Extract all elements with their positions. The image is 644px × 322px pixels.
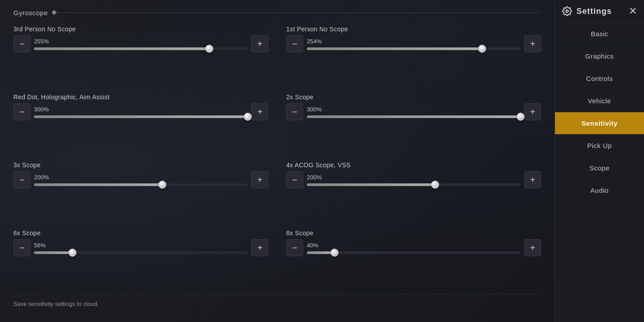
slider-plus-4x-acog[interactable]: +: [524, 171, 541, 188]
gyroscope-header: Gyroscope: [13, 9, 541, 17]
slider-minus-4x-acog[interactable]: −: [286, 171, 303, 188]
gear-icon: [562, 6, 572, 16]
slider-track-red-dot[interactable]: [34, 115, 248, 118]
slider-container-4x-acog: 200%: [307, 174, 521, 186]
slider-container-3x-scope: 200%: [34, 174, 248, 186]
slider-track-6x-scope[interactable]: [34, 251, 248, 254]
svg-point-0: [566, 10, 568, 13]
slider-group-red-dot: Red Dot, Holographic, Aim Assist−300%+: [13, 93, 268, 153]
settings-title-group: Settings: [562, 6, 612, 16]
slider-fill-3rd-person-no-scope: [34, 47, 209, 50]
slider-track-1st-person-no-scope[interactable]: [307, 47, 521, 50]
nav-item-pickup[interactable]: Pick Up: [555, 135, 644, 157]
slider-container-2x-scope: 300%: [307, 106, 521, 118]
slider-container-6x-scope: 56%: [34, 242, 248, 254]
nav-item-vehicle[interactable]: Vehicle: [555, 90, 644, 112]
slider-plus-1st-person-no-scope[interactable]: +: [524, 35, 541, 52]
slider-fill-1st-person-no-scope: [307, 47, 482, 50]
gyroscope-diamond: [51, 10, 56, 15]
slider-value-2x-scope: 300%: [307, 106, 521, 113]
slider-thumb-6x-scope[interactable]: [68, 249, 76, 257]
slider-label-3rd-person-no-scope: 3rd Person No Scope: [13, 25, 268, 33]
slider-thumb-red-dot[interactable]: [244, 113, 252, 121]
slider-thumb-4x-acog[interactable]: [431, 181, 439, 189]
nav-item-basic[interactable]: Basic: [555, 23, 644, 45]
slider-fill-red-dot: [34, 115, 248, 118]
nav-item-scope[interactable]: Scope: [555, 157, 644, 179]
slider-value-1st-person-no-scope: 254%: [307, 38, 521, 45]
slider-thumb-2x-scope[interactable]: [517, 113, 525, 121]
slider-group-8x-scope: 8x Scope−40%+: [286, 229, 541, 289]
slider-value-6x-scope: 56%: [34, 242, 248, 249]
slider-value-3x-scope: 200%: [34, 174, 248, 181]
slider-label-8x-scope: 8x Scope: [286, 229, 541, 237]
slider-label-2x-scope: 2x Scope: [286, 93, 541, 101]
sidebar-nav: BasicGraphicsControlsVehicleSensitivityP…: [555, 23, 644, 322]
slider-label-3x-scope: 3x Scope: [13, 161, 268, 169]
slider-fill-4x-acog: [307, 183, 435, 186]
slider-label-1st-person-no-scope: 1st Person No Scope: [286, 25, 541, 33]
slider-plus-red-dot[interactable]: +: [251, 103, 268, 120]
slider-fill-2x-scope: [307, 115, 521, 118]
slider-row-4x-acog: −200%+: [286, 171, 541, 188]
slider-minus-3x-scope[interactable]: −: [13, 171, 30, 188]
slider-plus-3rd-person-no-scope[interactable]: +: [251, 35, 268, 52]
slider-minus-2x-scope[interactable]: −: [286, 103, 303, 120]
nav-item-audio[interactable]: Audio: [555, 179, 644, 202]
slider-container-3rd-person-no-scope: 255%: [34, 38, 248, 50]
slider-fill-3x-scope: [34, 183, 162, 186]
slider-row-2x-scope: −300%+: [286, 103, 541, 120]
slider-plus-8x-scope[interactable]: +: [524, 239, 541, 256]
nav-item-sensitivity[interactable]: Sensitivity: [555, 112, 644, 135]
slider-track-4x-acog[interactable]: [307, 183, 521, 186]
slider-group-3rd-person-no-scope: 3rd Person No Scope−255%+: [13, 25, 268, 85]
slider-group-6x-scope: 6x Scope−56%+: [13, 229, 268, 289]
slider-minus-red-dot[interactable]: −: [13, 103, 30, 120]
main-content: Gyroscope 3rd Person No Scope−255%+1st P…: [0, 0, 555, 322]
settings-label: Settings: [576, 7, 612, 16]
sidebar-header: Settings ✕: [555, 0, 644, 23]
slider-row-8x-scope: −40%+: [286, 239, 541, 256]
slider-value-red-dot: 300%: [34, 106, 248, 113]
slider-track-8x-scope[interactable]: [307, 251, 521, 254]
slider-track-2x-scope[interactable]: [307, 115, 521, 118]
slider-thumb-3x-scope[interactable]: [158, 181, 166, 189]
nav-item-controls[interactable]: Controls: [555, 68, 644, 90]
slider-row-red-dot: −300%+: [13, 103, 268, 120]
sidebar: Settings ✕ BasicGraphicsControlsVehicleS…: [555, 0, 644, 322]
slider-row-3rd-person-no-scope: −255%+: [13, 35, 268, 52]
slider-track-3rd-person-no-scope[interactable]: [34, 47, 248, 50]
gyroscope-title: Gyroscope: [13, 9, 48, 17]
close-button[interactable]: ✕: [629, 6, 637, 16]
save-bar: Save sensitivity settings to cloud.: [13, 294, 541, 313]
slider-minus-8x-scope[interactable]: −: [286, 239, 303, 256]
slider-group-2x-scope: 2x Scope−300%+: [286, 93, 541, 153]
sliders-grid: 3rd Person No Scope−255%+1st Person No S…: [13, 25, 541, 289]
slider-label-6x-scope: 6x Scope: [13, 229, 268, 237]
slider-plus-6x-scope[interactable]: +: [251, 239, 268, 256]
slider-track-3x-scope[interactable]: [34, 183, 248, 186]
slider-row-3x-scope: −200%+: [13, 171, 268, 188]
slider-thumb-1st-person-no-scope[interactable]: [478, 45, 486, 53]
slider-fill-6x-scope: [34, 251, 72, 254]
slider-container-1st-person-no-scope: 254%: [307, 38, 521, 50]
slider-minus-6x-scope[interactable]: −: [13, 239, 30, 256]
slider-container-8x-scope: 40%: [307, 242, 521, 254]
nav-item-graphics[interactable]: Graphics: [555, 45, 644, 68]
slider-group-4x-acog: 4x ACOG Scope, VSS−200%+: [286, 161, 541, 221]
slider-group-3x-scope: 3x Scope−200%+: [13, 161, 268, 221]
slider-label-red-dot: Red Dot, Holographic, Aim Assist: [13, 93, 268, 101]
slider-value-4x-acog: 200%: [307, 174, 521, 181]
slider-value-3rd-person-no-scope: 255%: [34, 38, 248, 45]
slider-row-6x-scope: −56%+: [13, 239, 268, 256]
slider-group-1st-person-no-scope: 1st Person No Scope−254%+: [286, 25, 541, 85]
slider-minus-1st-person-no-scope[interactable]: −: [286, 35, 303, 52]
slider-minus-3rd-person-no-scope[interactable]: −: [13, 35, 30, 52]
slider-thumb-8x-scope[interactable]: [330, 249, 339, 257]
slider-container-red-dot: 300%: [34, 106, 248, 118]
slider-label-4x-acog: 4x ACOG Scope, VSS: [286, 161, 541, 169]
slider-thumb-3rd-person-no-scope[interactable]: [205, 45, 213, 53]
slider-value-8x-scope: 40%: [307, 242, 521, 249]
slider-plus-3x-scope[interactable]: +: [251, 171, 268, 188]
slider-plus-2x-scope[interactable]: +: [524, 103, 541, 120]
